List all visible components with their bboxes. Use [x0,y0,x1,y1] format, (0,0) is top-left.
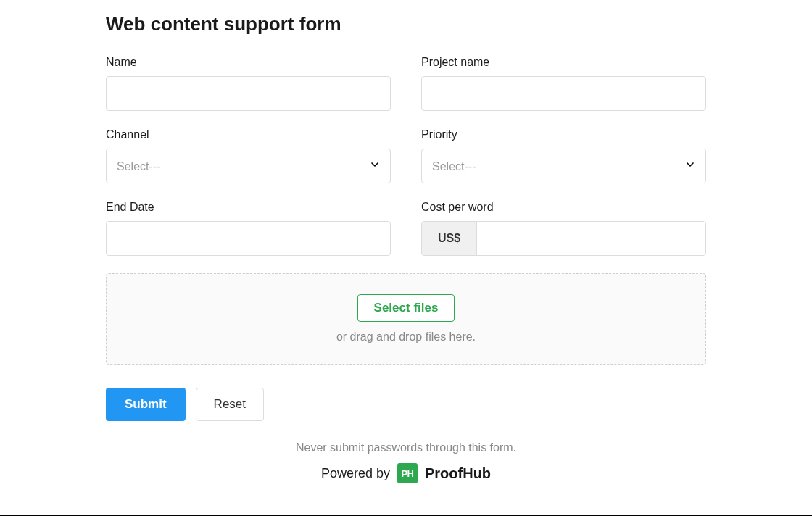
project-name-label: Project name [421,56,706,69]
channel-label: Channel [106,128,391,141]
page-title: Web content support form [106,13,706,36]
priority-select[interactable]: Select--- [421,149,706,183]
priority-label: Priority [421,128,706,141]
security-note: Never submit passwords through this form… [106,441,706,454]
end-date-label: End Date [106,201,391,214]
name-label: Name [106,56,391,69]
powered-prefix: Powered by [321,466,390,481]
reset-button[interactable]: Reset [196,388,264,421]
project-name-input[interactable] [421,76,706,111]
channel-select[interactable]: Select--- [106,149,391,183]
end-date-input[interactable] [106,221,391,256]
select-files-button[interactable]: Select files [357,294,455,322]
brand-name: ProofHub [425,465,491,482]
submit-button[interactable]: Submit [106,388,186,421]
upload-hint: or drag and drop files here. [121,330,691,344]
name-input[interactable] [106,76,391,111]
powered-by: Powered by PH ProofHub [106,463,706,483]
currency-prefix: US$ [422,222,477,255]
cost-per-word-input[interactable] [477,222,705,255]
proofhub-logo-icon: PH [397,463,418,483]
file-upload-zone[interactable]: Select files or drag and drop files here… [106,273,706,365]
cost-per-word-label: Cost per word [421,201,706,214]
